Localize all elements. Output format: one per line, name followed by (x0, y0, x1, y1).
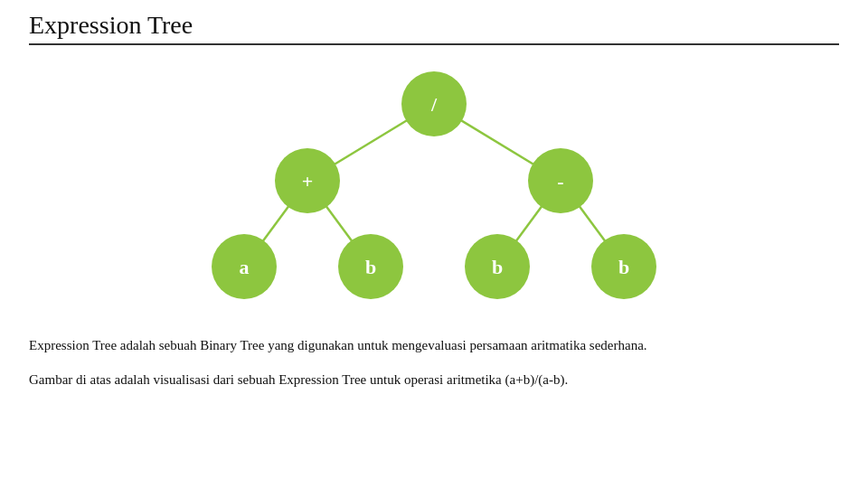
node-right: - (528, 148, 593, 213)
page-title: Expression Tree (29, 11, 839, 40)
node-rr: b (591, 234, 656, 299)
content: / + - a (29, 54, 839, 470)
svg-text:b: b (492, 256, 503, 278)
svg-text:a: a (240, 256, 250, 278)
description-1: Expression Tree adalah sebuah Binary Tre… (29, 334, 839, 358)
node-rl: b (465, 234, 530, 299)
header: Expression Tree (29, 11, 839, 45)
node-root: / (401, 71, 467, 136)
node-left: + (275, 148, 340, 213)
node-ll: a (212, 234, 277, 299)
node-lr: b (338, 234, 403, 299)
description-2: Gambar di atas adalah visualisasi dari s… (29, 369, 839, 392)
svg-text:b: b (618, 256, 629, 278)
tree-svg: / + - a (118, 54, 750, 325)
svg-text:-: - (557, 170, 563, 192)
svg-text:b: b (365, 256, 376, 278)
svg-text:+: + (302, 170, 314, 192)
page: Expression Tree / + (0, 0, 868, 488)
tree-diagram: / + - a (29, 54, 839, 325)
svg-text:/: / (430, 93, 438, 116)
description-section: Expression Tree adalah sebuah Binary Tre… (29, 334, 839, 402)
